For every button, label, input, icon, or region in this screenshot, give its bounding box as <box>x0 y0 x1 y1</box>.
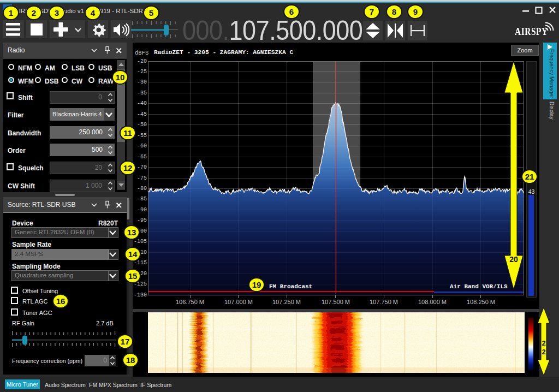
svg-text:2: 2 <box>542 348 545 356</box>
svg-text:2: 2 <box>542 339 545 347</box>
svg-text:20: 20 <box>509 255 518 264</box>
